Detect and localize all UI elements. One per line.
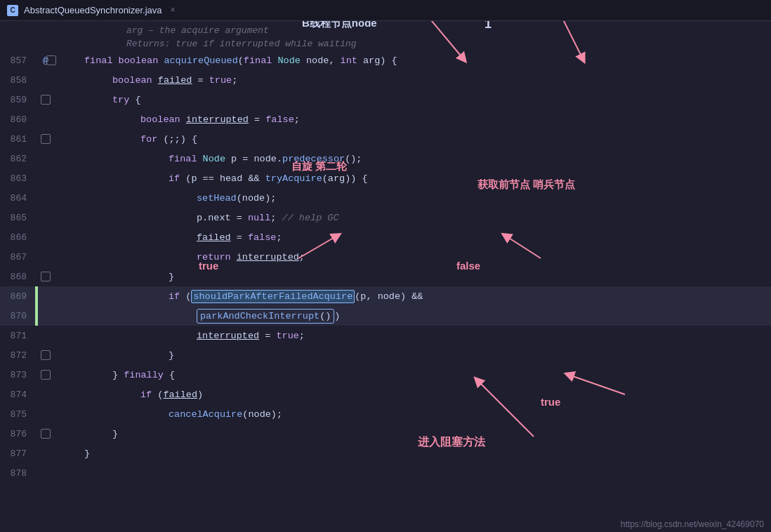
line-number-874: 874 (0, 385, 35, 404)
line-content-866: failed = false; (56, 227, 771, 247)
bookmark-857 (46, 55, 56, 65)
lock-876 (41, 429, 51, 439)
line-number-869: 869 (0, 286, 35, 306)
line-content-871: interrupted = true; (56, 326, 771, 345)
gutter-862 (35, 149, 56, 168)
line-number-877: 877 (0, 444, 35, 463)
gutter-859 (35, 90, 56, 109)
line-857: 857 @ final boolean acquireQueued(final … (0, 51, 771, 70)
gutter-868 (35, 267, 56, 286)
line-content-878 (56, 463, 771, 483)
file-icon: C (7, 5, 18, 16)
lock-868 (41, 272, 51, 281)
line-866: 866 failed = false; (0, 227, 771, 247)
title-bar: C AbstractQueuedSynchronizer.java × (0, 0, 771, 21)
line-content-874: if (failed) (56, 385, 771, 404)
line-content-864: setHead(node); (56, 188, 771, 208)
gutter-875 (35, 404, 56, 424)
line-863: 863 if (p == head && tryAcquire(arg)) { (0, 168, 771, 188)
line-number-875: 875 (0, 404, 35, 424)
line-number-862: 862 (0, 149, 35, 168)
line-content-872: } (56, 345, 771, 365)
line-content-861: for (;;) { (56, 129, 771, 149)
line-874: 874 if (failed) (0, 385, 771, 404)
line-content-859: try { (56, 90, 771, 109)
line-content-857: final boolean acquireQueued(final Node n… (56, 51, 771, 70)
line-873: 873 } finally { (0, 365, 771, 385)
comment-line-1: arg – the acquire argument (0, 21, 771, 37)
gutter-873 (35, 365, 56, 385)
gutter-874 (35, 385, 56, 404)
green-bar-869 (35, 286, 38, 306)
line-872: 872 } (0, 345, 771, 365)
line-content-863: if (p == head && tryAcquire(arg)) { (56, 168, 771, 188)
gutter-864 (35, 188, 56, 208)
gutter-863 (35, 168, 56, 188)
line-861: 861 for (;;) { (0, 129, 771, 149)
gutter-867 (35, 247, 56, 267)
line-865: 865 p.next = null; // help GC (0, 208, 771, 227)
url-bar: https://blog.csdn.net/weixin_42469070 (621, 519, 764, 529)
line-number-873: 873 (0, 365, 35, 385)
line-number-871: 871 (0, 326, 35, 345)
line-860: 860 boolean interrupted = false; (0, 109, 771, 129)
gutter-876 (35, 424, 56, 444)
line-864: 864 setHead(node); (0, 188, 771, 208)
code-area: 857 @ final boolean acquireQueued(final … (0, 51, 771, 483)
lock-873 (41, 370, 51, 380)
green-bar-870 (35, 306, 38, 326)
gutter-857: @ (35, 51, 56, 70)
line-number-857: 857 (0, 51, 35, 70)
line-number-876: 876 (0, 424, 35, 444)
line-number-866: 866 (0, 227, 35, 247)
line-869: 869 if (shouldParkAfterFailedAcquire(p, … (0, 286, 771, 306)
line-number-859: 859 (0, 90, 35, 109)
lock-859 (41, 95, 51, 105)
lock-872 (41, 350, 51, 360)
gutter-871 (35, 326, 56, 345)
line-875: 875 cancelAcquire(node); (0, 404, 771, 424)
line-number-870: 870 (0, 306, 35, 326)
line-content-860: boolean interrupted = false; (56, 109, 771, 129)
line-number-865: 865 (0, 208, 35, 227)
gutter-866 (35, 227, 56, 247)
line-number-868: 868 (0, 267, 35, 286)
filename: AbstractQueuedSynchronizer.java (24, 5, 162, 15)
line-867: 867 return interrupted; (0, 247, 771, 267)
line-871: 871 interrupted = true; (0, 326, 771, 345)
comment-line-2: Returns: true if interrupted while waiti… (0, 37, 771, 51)
line-862: 862 final Node p = node.predecessor(); (0, 149, 771, 168)
line-number-858: 858 (0, 70, 35, 90)
line-number-864: 864 (0, 188, 35, 208)
line-content-875: cancelAcquire(node); (56, 404, 771, 424)
line-content-867: return interrupted; (56, 247, 771, 267)
gutter-872 (35, 345, 56, 365)
gutter-869 (35, 286, 56, 306)
gutter-860 (35, 109, 56, 129)
line-number-861: 861 (0, 129, 35, 149)
line-content-877: } (56, 444, 771, 463)
gutter-865 (35, 208, 56, 227)
gutter-858 (35, 70, 56, 90)
line-content-862: final Node p = node.predecessor(); (56, 149, 771, 168)
line-content-858: boolean failed = true; (56, 70, 771, 90)
line-number-867: 867 (0, 247, 35, 267)
close-icon[interactable]: × (171, 6, 176, 15)
line-content-869: if (shouldParkAfterFailedAcquire(p, node… (56, 286, 771, 306)
line-859: 859 try { (0, 90, 771, 109)
line-content-873: } finally { (56, 365, 771, 385)
line-876: 876 } (0, 424, 771, 444)
line-content-876: } (56, 424, 771, 444)
line-content-868: } (56, 267, 771, 286)
gutter-870 (35, 306, 56, 326)
line-number-872: 872 (0, 345, 35, 365)
lock-861 (41, 134, 51, 144)
line-877: 877 } (0, 444, 771, 463)
line-content-870: parkAndCheckInterrupt()) (56, 306, 771, 326)
line-number-863: 863 (0, 168, 35, 188)
line-868: 868 } (0, 267, 771, 286)
line-870: 870 parkAndCheckInterrupt()) (0, 306, 771, 326)
gutter-861 (35, 129, 56, 149)
line-858: 858 boolean failed = true; (0, 70, 771, 90)
editor: arg – the acquire argument Returns: true… (0, 21, 771, 532)
